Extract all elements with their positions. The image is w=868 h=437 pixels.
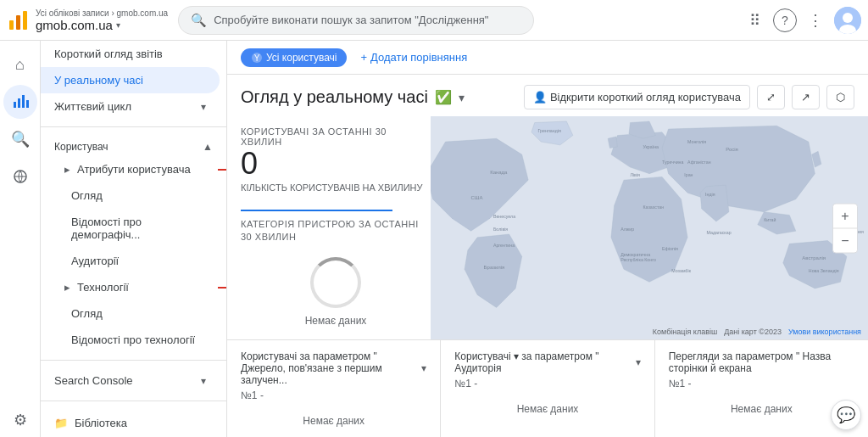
user-overview-label: Огляд [71,189,103,202]
stat-divider [241,210,392,211]
fullscreen-icon: ⤢ [766,91,776,104]
nav-item-user-demographics[interactable]: Відомості про демографіч... [41,209,220,248]
nav-item-tech-details[interactable]: Відомості про технології [41,327,220,353]
realtime-icon[interactable] [3,85,37,119]
nav-item-user-overview[interactable]: Огляд [41,182,220,209]
nav-item-search-console[interactable]: Search Console ▾ [41,367,220,394]
marketing-icon[interactable] [3,160,37,193]
bottom-card-3-nodata: Немає даних [669,403,854,415]
users-30min-label: КОРИСТУВАЧІ ЗА ОСТАННІ 30 ХВИЛИН [241,126,431,147]
nav-panel: Короткий огляд звітів У реальному часі Ж… [41,41,227,437]
left-icon-strip: ⌂ 🔍 ⚙ [0,41,41,437]
bottom-card-3-title: Перегляди за параметром " Назва сторінки… [669,350,854,374]
svg-text:Нова Зеландія: Нова Зеландія [809,268,839,273]
svg-text:Казахстан: Казахстан [643,204,664,210]
share-icon: ⬡ [836,91,845,104]
brand-main-text[interactable]: gmob.com.ua ▾ [36,18,168,32]
map-credit: Комбінація клавіш Дані карт ©2023 Умови … [653,328,861,336]
nav-item-tech-overview[interactable]: Огляд [41,300,220,327]
device-section: КАТЕГОРІЯ ПРИСТРОЮ ЗА ОСТАННІ 30 ХВИЛИН … [241,218,431,328]
users-30min-block: КОРИСТУВАЧІ ЗА ОСТАННІ 30 ХВИЛИН 0 КІЛЬК… [241,116,431,203]
search-bar[interactable]: 🔍 Спробуйте виконати пошук за запитом "Д… [178,6,534,35]
user-audiences-label: Аудиторії [71,255,119,267]
bottom-card-3-nr: №1 - [669,378,854,389]
share-btn[interactable]: ⬡ [826,85,854,109]
annotation-2-container: 2 [218,279,227,296]
analytics-logo[interactable]: Усі облікові записи › gmob.com.ua gmob.c… [7,8,168,32]
settings-icon[interactable]: ⚙ [3,403,37,437]
svg-text:Іран: Іран [684,172,693,177]
bottom-card-2-nodata: Немає даних [454,403,640,415]
svg-rect-7 [18,98,20,108]
more-options-icon[interactable]: ⋮ [800,5,831,36]
user-attributes-row: ▸ Атрибути користувача 1 [41,156,226,182]
nav-divider-2 [41,360,226,361]
chat-btn[interactable]: 💬 [831,400,861,430]
svg-point-4 [843,13,853,23]
search-placeholder: Спробуйте виконати пошук за запитом "Дос… [214,14,488,26]
open-overview-label: Відкрити короткий огляд користувача [550,91,741,104]
nav-item-user-audiences[interactable]: Аудиторії [41,248,220,274]
page-title-text: Огляд у реальному часі [241,87,428,107]
realtime-label: У реальному часі [54,74,143,87]
svg-text:Канада: Канада [490,170,508,175]
export-btn[interactable]: ↗ [792,85,820,109]
nav-actions: ⠿ ? ⋮ [739,5,861,36]
nav-item-realtime[interactable]: У реальному часі [41,67,220,93]
user-group-label: Користувач [54,141,108,153]
zoom-out-btn[interactable]: − [833,228,857,252]
top-nav: Усі облікові записи › gmob.com.ua gmob.c… [0,0,868,41]
nav-divider-3 [41,401,226,401]
help-icon[interactable]: ? [773,8,797,32]
open-overview-btn[interactable]: 👤 Відкрити короткий огляд користувача [524,85,750,109]
page-title-row: Огляд у реальному часі ✅ ▾ 👤 Відкрити ко… [227,75,868,116]
tech-label: Технології [77,281,129,294]
user-chip[interactable]: Y Усі користувачі [241,48,347,67]
svg-rect-0 [9,20,14,30]
svg-text:Мадагаскар: Мадагаскар [707,230,732,235]
svg-text:Україна: Україна [643,144,659,149]
svg-text:Республіка Конго: Республіка Конго [620,257,656,262]
bottom-card-2-nr: №1 - [454,378,640,389]
svg-text:Бразилія: Бразилія [484,265,505,270]
bottom-card-2-title: Користувачі ▾ за параметром " Аудиторія … [454,350,640,374]
home-icon[interactable]: ⌂ [3,48,37,81]
svg-rect-1 [16,15,20,30]
content-header: Y Усі користувачі + Додати порівняння [227,41,868,75]
search-explore-icon[interactable]: 🔍 [3,122,37,156]
search-console-chevron: ▾ [201,375,206,387]
svg-rect-8 [22,95,25,108]
nav-item-tech[interactable]: ▸ Технології [41,274,220,300]
no-data-text: Немає даних [241,315,431,327]
annotation-1-line [218,169,227,171]
nav-library[interactable]: 📁 Бібліотека [41,408,226,437]
nav-item-lifecycle[interactable]: Життєвий цикл ▾ [41,93,220,120]
fullscreen-btn[interactable]: ⤢ [757,85,785,109]
annotation-1-container: 1 [218,161,227,178]
user-demographics-label: Відомості про демографіч... [71,216,206,241]
zoom-in-btn[interactable]: + [833,204,857,227]
tech-overview-label: Огляд [71,307,103,320]
users-per-minute-label: КІЛЬКІСТЬ КОРИСТУВАЧІВ НА ХВИЛИНУ [241,182,431,193]
library-label: Бібліотека [75,417,127,429]
nav-item-user-attributes[interactable]: ▸ Атрибути користувача [41,156,220,182]
svg-text:Австралія: Австралія [802,255,826,261]
svg-text:США: США [471,195,483,200]
nav-group-user[interactable]: Користувач ▲ [41,134,226,156]
svg-text:Демократична: Демократична [620,252,650,257]
no-data-spinner [310,257,361,308]
add-compare-btn[interactable]: + Додати порівняння [353,48,474,67]
apps-icon[interactable]: ⠿ [739,5,770,36]
svg-rect-9 [26,100,29,108]
bottom-card-3: Перегляди за параметром " Назва сторінки… [655,340,868,437]
svg-text:Мозамбік: Мозамбік [671,268,691,273]
nav-item-reports-overview[interactable]: Короткий огляд звітів [41,41,220,67]
tech-bullet: ▸ [64,281,70,294]
person-icon: 👤 [533,91,547,104]
svg-text:Туреччина: Туреччина [662,160,683,165]
svg-text:Китай: Китай [764,217,776,222]
svg-text:Індія: Індія [705,192,715,197]
page-title: Огляд у реальному часі ✅ ▾ [241,87,465,107]
svg-text:Монголія: Монголія [687,139,706,144]
user-avatar[interactable] [834,7,861,34]
